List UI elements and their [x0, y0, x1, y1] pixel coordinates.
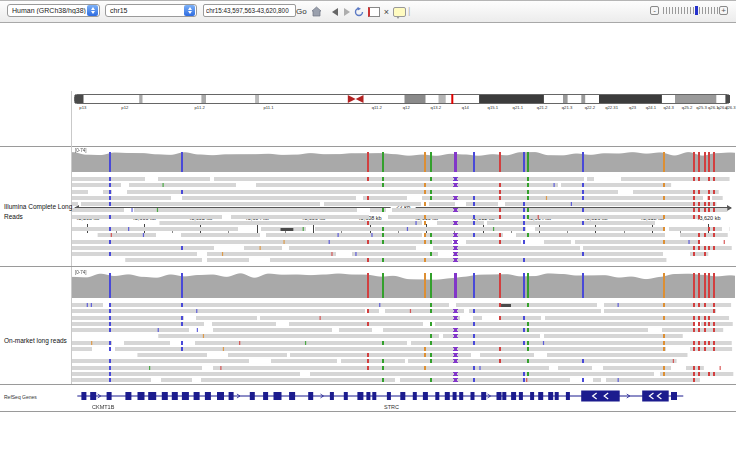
zoom-tick	[663, 7, 664, 14]
view-position-marker	[451, 94, 453, 104]
gene-exon	[229, 392, 234, 400]
cytoband-label: q21.3	[562, 105, 572, 110]
gene-exon	[357, 392, 363, 400]
cytoband-label: q11.2	[372, 105, 382, 110]
cytoband-label: q21.1	[513, 105, 523, 110]
gene-exon	[372, 392, 376, 400]
zoom-tick	[666, 7, 667, 14]
zoom-tick	[690, 7, 691, 14]
chromosome-select-value: chr15	[106, 7, 128, 14]
cytoband	[725, 95, 730, 103]
gene-exon	[459, 392, 463, 400]
zoom-slider[interactable]	[663, 7, 717, 15]
gene-exon	[413, 392, 417, 400]
gene-exon	[511, 392, 516, 400]
cytoband	[439, 95, 446, 103]
gene-exon	[671, 392, 677, 400]
cytoband-label: q25.3	[696, 105, 706, 110]
gene-exon	[107, 392, 112, 400]
gene-exon	[502, 392, 506, 400]
zoom-in-button[interactable]: +	[719, 6, 728, 15]
zoom-tick	[684, 7, 685, 14]
cytoband	[675, 95, 716, 103]
gene-exon-large	[642, 391, 669, 402]
gene-name-label: STRC	[384, 404, 399, 410]
alignment-track-onmarket[interactable]	[72, 269, 735, 383]
gene-exon	[81, 392, 86, 400]
cytoband	[255, 95, 259, 103]
zoom-tick	[699, 7, 700, 14]
gene-exon	[471, 392, 475, 400]
cytoband-label: q26.3	[725, 105, 735, 110]
toolbar-separator: |	[408, 6, 410, 16]
cytoband-label: q21.2	[537, 105, 547, 110]
zoom-tick	[678, 7, 679, 14]
gene-exon	[481, 392, 486, 400]
cytoband-label: p11.2	[195, 105, 205, 110]
region-tool-icon[interactable]	[367, 5, 380, 18]
gene-exon	[423, 392, 428, 400]
window-bottom-border	[0, 411, 736, 412]
cytoband-label: q24.3	[663, 105, 673, 110]
gene-panel: RefSeq Genes CKMT1BSTRC	[0, 385, 736, 411]
cytoband-label: p13	[79, 105, 86, 110]
cytoband-label: q13.2	[431, 105, 441, 110]
cytoband-label: p11.1	[263, 105, 273, 110]
track-name-illumina[interactable]: Illumina Complete Long Reads	[4, 202, 74, 222]
alignment-track-illumina[interactable]	[72, 147, 735, 265]
zoom-tick	[702, 7, 703, 14]
coverage-range-label: [0-74]	[75, 270, 87, 275]
gene-exon	[289, 392, 295, 400]
gene-exon	[548, 392, 553, 400]
gene-exon	[387, 392, 391, 400]
gene-exon	[182, 392, 189, 400]
gene-exon	[308, 392, 313, 400]
cytoband	[479, 95, 544, 103]
gene-exon	[217, 392, 224, 400]
chromosome-ideogram[interactable]	[74, 94, 732, 105]
cytoband	[581, 95, 585, 103]
dropdown-arrows-icon	[184, 5, 195, 16]
track-name-onmarket[interactable]: On-market long reads	[4, 336, 74, 346]
locus-input[interactable]	[203, 4, 296, 17]
zoom-tick	[675, 7, 676, 14]
cytoband	[563, 95, 568, 103]
comment-bubble-icon[interactable]	[393, 5, 406, 18]
gene-exon	[125, 392, 131, 400]
go-button[interactable]: Go	[296, 7, 307, 16]
gene-exon	[566, 392, 570, 400]
cytoband-label: q12	[403, 105, 410, 110]
zoom-tick	[672, 7, 673, 14]
gene-exon	[263, 392, 268, 400]
track-name-refseq[interactable]: RefSeq Genes	[4, 394, 37, 400]
refresh-icon[interactable]	[352, 5, 365, 18]
gene-exon	[194, 392, 200, 400]
gene-exon	[497, 392, 502, 400]
gene-exon	[205, 392, 211, 400]
home-icon[interactable]	[310, 5, 323, 18]
gene-name-label: CKMT1B	[92, 404, 114, 410]
zoom-out-button[interactable]: -	[650, 6, 659, 15]
gene-exon	[445, 392, 450, 400]
gene-exon	[453, 392, 457, 400]
refseq-gene-track[interactable]	[72, 385, 735, 411]
cytoband-label: p12	[121, 105, 128, 110]
zoom-tick	[711, 7, 712, 14]
zoom-tick	[717, 7, 718, 14]
gene-exon	[435, 392, 439, 400]
toolbar: Human (GRCh38/hg38) chr15 Go × | - +	[0, 0, 736, 23]
cytoband-label: q25.2	[682, 105, 692, 110]
gene-exon	[274, 392, 282, 400]
close-icon[interactable]: ×	[380, 5, 393, 18]
dropdown-arrows-icon	[87, 5, 98, 16]
gene-exon	[344, 392, 348, 400]
gene-exon	[519, 392, 523, 400]
gene-exon	[138, 392, 145, 400]
cytoband-label: q22.2	[585, 105, 595, 110]
genome-select[interactable]: Human (GRCh38/hg38)	[7, 4, 100, 17]
igv-window: Human (GRCh38/hg38) chr15 Go × | - + p13…	[0, 0, 736, 475]
bubble-shape	[393, 7, 406, 17]
zoom-slider-indicator[interactable]	[695, 6, 698, 15]
chromosome-select[interactable]: chr15	[105, 4, 197, 17]
zoom-tick	[705, 7, 706, 14]
